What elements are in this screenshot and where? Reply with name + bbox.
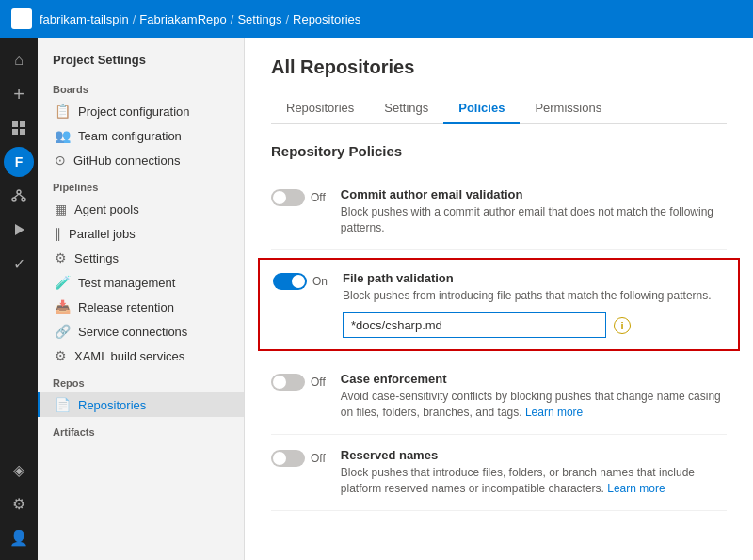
sidebar-item-parallel-jobs[interactable]: ∥ Parallel jobs <box>38 221 244 246</box>
learn-more-link-case[interactable]: Learn more <box>525 406 583 419</box>
artifacts-icon[interactable]: ◈ <box>4 455 34 485</box>
tab-policies[interactable]: Policies <box>443 93 520 124</box>
sidebar-item-label: Parallel jobs <box>69 227 136 241</box>
sidebar-section-artifacts: Artifacts <box>38 417 244 441</box>
azure-devops-logo[interactable] <box>11 8 32 29</box>
sidebar-item-label: Release retention <box>78 300 174 314</box>
breadcrumb-settings[interactable]: Settings <box>237 12 281 26</box>
home-icon[interactable]: ⌂ <box>4 45 34 75</box>
toggle-knob <box>273 376 286 389</box>
user-avatar[interactable]: F <box>4 147 34 177</box>
sidebar-item-label: Repositories <box>78 398 146 412</box>
sidebar-item-label: Team configuration <box>78 129 182 143</box>
tab-repositories[interactable]: Repositories <box>271 93 369 124</box>
sidebar-item-settings[interactable]: ⚙ Settings <box>38 246 244 270</box>
policy-reserved-names: Off Reserved names Block pushes that int… <box>271 435 727 511</box>
pipelines-icon[interactable] <box>4 215 34 245</box>
policy-desc-file-path: Block pushes from introducing file paths… <box>343 288 725 304</box>
toggle-label-reserved-names: Off <box>311 452 326 465</box>
tab-permissions[interactable]: Permissions <box>520 93 617 124</box>
breadcrumb-repositories[interactable]: Repositories <box>293 12 360 26</box>
svg-rect-2 <box>12 129 18 135</box>
boards-icon[interactable] <box>4 113 34 143</box>
release-retention-icon: 📥 <box>55 299 71 314</box>
sidebar-item-project-configuration[interactable]: 📋 Project configuration <box>38 99 244 123</box>
sidebar-item-test-management[interactable]: 🧪 Test management <box>38 270 244 295</box>
toggle-reserved-names[interactable] <box>271 450 305 467</box>
policy-file-path: On File path validation Block pushes fro… <box>273 271 725 339</box>
sidebar-item-label: Project configuration <box>78 104 190 119</box>
toggle-commit-author[interactable] <box>271 189 305 206</box>
policy-name-file-path: File path validation <box>343 271 725 285</box>
sidebar-item-github-connections[interactable]: ⊙ GitHub connections <box>38 148 244 172</box>
info-icon[interactable]: i <box>614 317 631 334</box>
settings-bottom-icon[interactable]: ⚙ <box>4 488 34 519</box>
svg-point-5 <box>12 198 16 201</box>
policy-name-reserved-names: Reserved names <box>341 448 727 462</box>
svg-point-6 <box>22 198 25 201</box>
toggle-area-case-enforcement: Off <box>271 372 326 391</box>
toggle-case-enforcement[interactable] <box>271 374 305 391</box>
policy-info-reserved-names: Reserved names Block pushes that introdu… <box>341 448 727 497</box>
svg-rect-1 <box>20 121 25 127</box>
policy-name-case-enforcement: Case enforcement <box>341 372 727 386</box>
settings-icon: ⚙ <box>55 250 67 265</box>
testplans-icon[interactable]: ✓ <box>4 248 34 279</box>
sidebar-section-boards: Boards <box>38 74 244 99</box>
sidebar-item-label: GitHub connections <box>73 153 180 168</box>
sidebar-item-label: XAML build services <box>74 349 184 363</box>
sidebar-item-agent-pools[interactable]: ▦ Agent pools <box>38 197 244 221</box>
section-title: Repository Policies <box>271 143 727 159</box>
sidebar-item-label: Agent pools <box>74 202 139 216</box>
sidebar-section-repos: Repos <box>38 368 244 392</box>
breadcrumb-org[interactable]: fabrikam-tailspin <box>40 12 129 26</box>
github-icon: ⊙ <box>55 152 66 168</box>
sidebar: Project Settings Boards 📋 Project config… <box>38 38 245 560</box>
team-config-icon: 👥 <box>55 128 71 143</box>
policy-commit-author: Off Commit author email validation Block… <box>271 174 727 250</box>
toggle-label-commit-author: Off <box>311 191 326 204</box>
svg-point-4 <box>17 190 21 194</box>
policy-name-commit-author: Commit author email validation <box>341 187 727 201</box>
toggle-knob <box>273 191 286 204</box>
repos-icon[interactable] <box>4 181 34 211</box>
toggle-file-path[interactable] <box>273 273 307 290</box>
test-management-icon: 🧪 <box>55 275 71 290</box>
add-icon[interactable]: + <box>4 79 34 109</box>
toggle-label-file-path: On <box>312 275 328 288</box>
svg-rect-3 <box>20 129 25 135</box>
breadcrumb-repo[interactable]: FabriakamRepo <box>139 12 227 26</box>
policy-info-commit-author: Commit author email validation Block pus… <box>341 187 727 236</box>
icon-rail: ⌂ + F ✓ ◈ ⚙ 👤 <box>0 38 38 560</box>
toggle-knob <box>273 452 286 465</box>
toggle-label-case-enforcement: Off <box>311 376 326 389</box>
tabs-bar: Repositories Settings Policies Permissio… <box>271 93 727 124</box>
sidebar-item-label: Settings <box>74 251 119 265</box>
tab-settings[interactable]: Settings <box>369 93 443 124</box>
policy-desc-commit-author: Block pushes with a commit author email … <box>341 204 727 236</box>
learn-more-link-reserved[interactable]: Learn more <box>607 482 665 495</box>
toggle-area-file-path: On <box>273 271 328 290</box>
sidebar-item-xaml-build-services[interactable]: ⚙ XAML build services <box>38 344 244 368</box>
user-bottom-icon[interactable]: 👤 <box>4 522 34 552</box>
file-path-input-row: i <box>343 312 725 338</box>
sidebar-title: Project Settings <box>38 49 244 74</box>
sidebar-item-release-retention[interactable]: 📥 Release retention <box>38 295 244 319</box>
sidebar-item-label: Service connections <box>78 325 187 339</box>
file-path-input[interactable] <box>343 312 606 338</box>
project-config-icon: 📋 <box>55 104 71 119</box>
top-nav: fabrikam-tailspin / FabriakamRepo / Sett… <box>0 0 753 38</box>
breadcrumb: fabrikam-tailspin / FabriakamRepo / Sett… <box>40 12 360 26</box>
sidebar-item-service-connections[interactable]: 🔗 Service connections <box>38 319 244 344</box>
sidebar-item-team-configuration[interactable]: 👥 Team configuration <box>38 123 244 148</box>
sidebar-item-label: Test management <box>78 276 175 290</box>
svg-line-7 <box>14 194 19 198</box>
repositories-icon: 📄 <box>55 397 71 412</box>
svg-rect-0 <box>12 121 18 127</box>
page-title: All Repositories <box>271 56 727 78</box>
toggle-knob <box>292 275 305 288</box>
service-connections-icon: 🔗 <box>55 324 71 339</box>
svg-line-8 <box>19 194 24 198</box>
sidebar-item-repositories[interactable]: 📄 Repositories <box>38 392 244 417</box>
policy-row-file-path-highlighted: On File path validation Block pushes fro… <box>258 258 740 352</box>
